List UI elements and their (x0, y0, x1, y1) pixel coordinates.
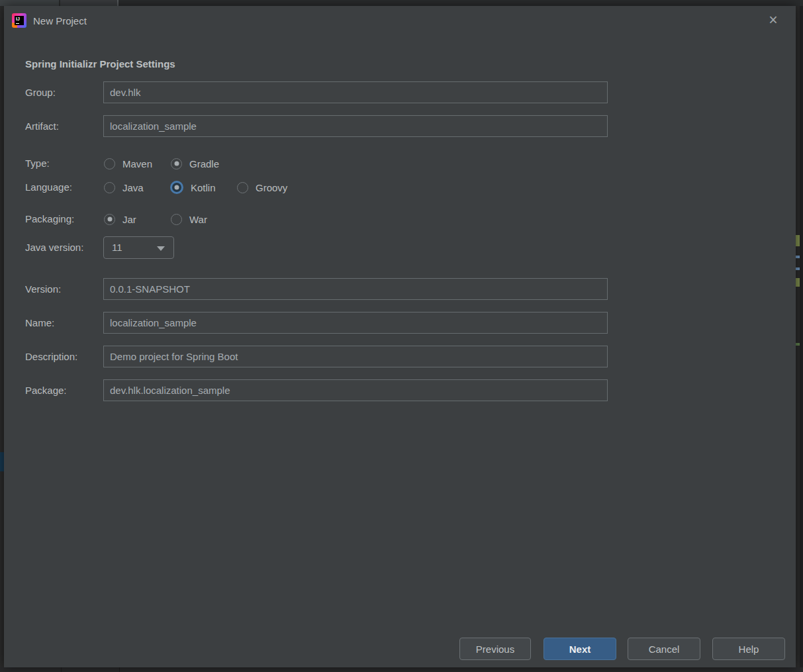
radio-option-jar[interactable]: Jar (104, 213, 136, 226)
background-tab (0, 0, 59, 6)
intellij-logo-icon: IJ (12, 13, 26, 28)
new-project-dialog: IJ New Project × Spring Initializr Proje… (4, 6, 796, 667)
artifact-label: Artifact: (25, 120, 59, 133)
artifact-input[interactable] (103, 115, 608, 137)
java-version-select[interactable]: 11 (103, 236, 174, 259)
background-editor-edge (800, 6, 803, 667)
background-statusbar-divider (119, 667, 120, 672)
type-label: Type: (25, 157, 50, 170)
name-input[interactable] (103, 312, 608, 334)
radio-icon (104, 158, 115, 169)
radio-icon (237, 182, 248, 193)
radio-option-label: Java (122, 182, 144, 193)
intellij-logo-monogram: IJ (15, 16, 24, 25)
radio-option-label: Kotlin (191, 182, 216, 193)
radio-option-label: Jar (122, 214, 136, 225)
background-statusbar-divider (61, 667, 62, 672)
description-label: Description: (25, 350, 77, 363)
next-button[interactable]: Next (543, 638, 616, 660)
background-ide-bottom-strip (0, 667, 803, 672)
cancel-button[interactable]: Cancel (628, 638, 700, 660)
java-version-label: Java version: (25, 241, 83, 254)
version-input[interactable] (103, 278, 608, 300)
background-code-fragment (796, 278, 800, 287)
package-input[interactable] (103, 379, 608, 401)
background-code-fragment (796, 267, 800, 270)
background-code-fragment (796, 343, 800, 346)
radio-option-label: Groovy (256, 182, 287, 193)
close-icon[interactable]: × (765, 12, 781, 28)
background-tab (60, 0, 117, 6)
group-label: Group: (25, 86, 56, 99)
package-label: Package: (25, 384, 67, 397)
radio-icon (170, 181, 183, 194)
radio-option-kotlin[interactable]: Kotlin (170, 181, 216, 194)
packaging-label: Packaging: (25, 213, 74, 226)
radio-icon (104, 182, 115, 193)
radio-icon (171, 158, 182, 169)
radio-option-war[interactable]: War (171, 213, 207, 226)
chevron-down-icon (157, 246, 165, 251)
radio-option-gradle[interactable]: Gradle (171, 157, 219, 170)
dialog-title: New Project (33, 15, 87, 28)
group-input[interactable] (103, 81, 608, 103)
background-tab-divider (117, 0, 118, 6)
radio-option-java[interactable]: Java (104, 181, 144, 194)
radio-icon (104, 214, 115, 225)
radio-option-groovy[interactable]: Groovy (237, 181, 287, 194)
java-version-value: 11 (112, 242, 122, 253)
radio-option-maven[interactable]: Maven (104, 157, 152, 170)
background-code-fragment (796, 256, 800, 258)
description-input[interactable] (103, 346, 608, 367)
name-label: Name: (25, 316, 54, 330)
radio-icon (171, 214, 182, 225)
radio-option-label: Maven (122, 158, 152, 169)
background-code-fragment (796, 235, 800, 246)
radio-option-label: War (189, 214, 207, 225)
background-ide-top-strip (0, 0, 803, 6)
radio-option-label: Gradle (189, 158, 219, 169)
page-title: Spring Initializr Project Settings (25, 58, 175, 71)
language-label: Language: (25, 181, 72, 194)
help-button[interactable]: Help (712, 638, 785, 660)
version-label: Version: (25, 283, 61, 296)
previous-button[interactable]: Previous (459, 638, 531, 660)
